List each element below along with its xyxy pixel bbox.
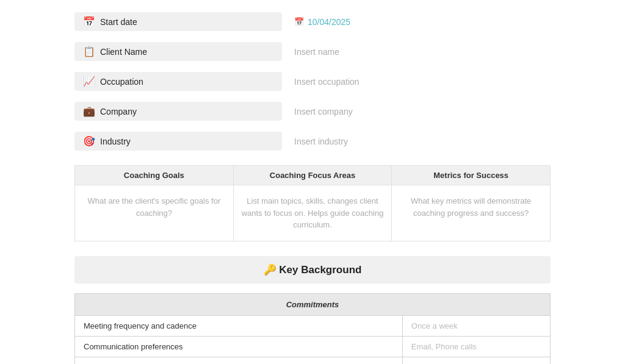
- col-header-coaching-goals: Coaching Goals: [75, 166, 233, 185]
- field-label-occupation: 📈Occupation: [74, 72, 282, 91]
- field-row-start-date: 📅Start date📅10/04/2025: [74, 12, 551, 31]
- col-header-coaching-focus-areas: Coaching Focus Areas: [234, 166, 392, 185]
- commitment-value-1[interactable]: Email, Phone calls: [402, 336, 550, 357]
- field-value-company[interactable]: Insert company: [294, 104, 353, 119]
- commitment-value-0[interactable]: Once a week: [402, 315, 550, 336]
- col-card-coaching-focus-areas: Coaching Focus AreasList main topics, sk…: [234, 166, 392, 241]
- field-value-start-date[interactable]: 📅10/04/2025: [294, 15, 350, 29]
- field-label-text-industry: Industry: [100, 137, 131, 146]
- commitments-table: Commitments Meeting frequency and cadenc…: [74, 293, 551, 365]
- field-icon-client-name: 📋: [83, 46, 95, 57]
- date-text: 10/04/2025: [308, 17, 350, 27]
- commitment-label-1: Communication preferences: [75, 336, 403, 357]
- field-row-industry: 🎯IndustryInsert industry: [74, 132, 551, 151]
- field-value-occupation[interactable]: Insert occupation: [294, 74, 359, 89]
- field-label-text-client-name: Client Name: [100, 47, 147, 57]
- field-value-client-name[interactable]: Insert name: [294, 45, 339, 59]
- col-card-metrics-for-success: Metrics for SuccessWhat key metrics will…: [392, 166, 550, 241]
- field-label-text-company: Company: [100, 107, 137, 116]
- field-row-client-name: 📋Client NameInsert name: [74, 42, 551, 61]
- field-icon-company: 💼: [83, 105, 95, 117]
- table-row: Meeting frequency and cadenceOnce a week: [75, 315, 551, 336]
- three-col-section: Coaching GoalsWhat are the client's spec…: [74, 165, 551, 241]
- page-wrapper: 📅Start date📅10/04/2025📋Client NameInsert…: [38, 0, 587, 364]
- col-body-coaching-goals[interactable]: What are the client's specific goals for…: [75, 185, 233, 234]
- table-row: Guidelines for accountability and follow…: [75, 357, 551, 364]
- commitment-label-0: Meeting frequency and cadence: [75, 315, 403, 336]
- field-label-industry: 🎯Industry: [74, 132, 282, 151]
- field-label-company: 💼Company: [74, 102, 282, 121]
- field-icon-occupation: 📈: [83, 76, 95, 87]
- field-label-text-start-date: Start date: [100, 17, 137, 27]
- field-row-company: 💼CompanyInsert company: [74, 102, 551, 121]
- commitment-label-2: Guidelines for accountability and follow…: [75, 357, 403, 364]
- calendar-icon: 📅: [294, 17, 304, 26]
- key-background-header: 🔑 Key Background: [74, 256, 551, 284]
- col-header-metrics-for-success: Metrics for Success: [392, 166, 550, 185]
- field-icon-industry: 🎯: [83, 135, 95, 147]
- field-label-client-name: 📋Client Name: [74, 42, 282, 61]
- field-value-industry[interactable]: Insert industry: [294, 134, 348, 149]
- col-card-coaching-goals: Coaching GoalsWhat are the client's spec…: [75, 166, 234, 241]
- field-icon-start-date: 📅: [83, 16, 95, 27]
- key-icon: 🔑: [264, 264, 276, 276]
- col-body-metrics-for-success[interactable]: What key metrics will demonstrate coachi…: [392, 185, 550, 234]
- key-background-label: Key Background: [279, 264, 361, 276]
- field-row-occupation: 📈OccupationInsert occupation: [74, 72, 551, 91]
- field-label-start-date: 📅Start date: [74, 12, 282, 31]
- commitments-header: Commitments: [75, 293, 551, 315]
- fields-section: 📅Start date📅10/04/2025📋Client NameInsert…: [74, 12, 551, 151]
- table-row: Communication preferencesEmail, Phone ca…: [75, 336, 551, 357]
- col-body-coaching-focus-areas[interactable]: List main topics, skills, changes client…: [234, 185, 392, 241]
- commitment-value-2[interactable]: Put the info⤡: [402, 357, 550, 364]
- field-label-text-occupation: Occupation: [100, 77, 143, 87]
